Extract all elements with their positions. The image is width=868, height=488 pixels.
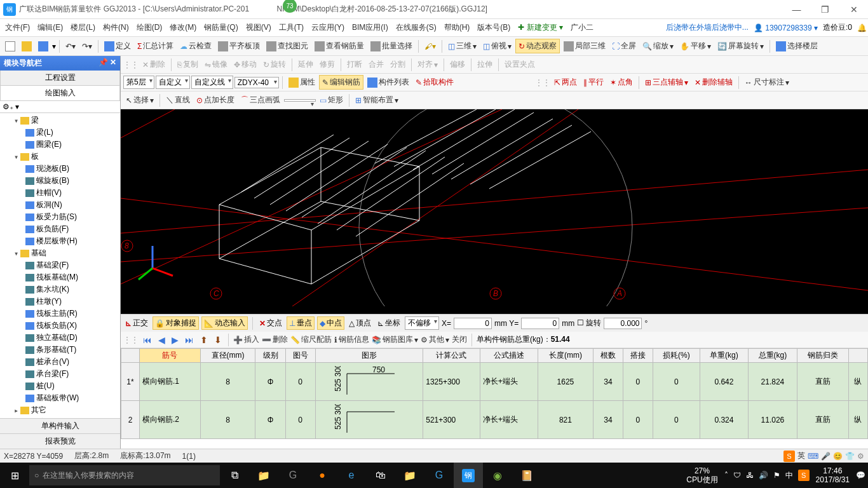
line-tool[interactable]: ＼ 直线	[163, 93, 193, 107]
nav-down[interactable]: ⬇	[212, 335, 224, 345]
flat-roof-button[interactable]: 平齐板顶	[215, 39, 262, 53]
open-file-button[interactable]	[19, 40, 34, 53]
maximize-button[interactable]: ❐	[811, 0, 839, 19]
pan-button[interactable]: ✋平移▾	[677, 39, 714, 53]
zoom-button[interactable]: 🔍缩放▾	[640, 39, 676, 53]
ime-lang[interactable]: 英	[797, 451, 805, 461]
taskbar-store[interactable]: 🛍	[366, 463, 395, 488]
tree-node[interactable]: 筏板基础(M)	[1, 271, 119, 283]
menu-floor[interactable]: 楼层(L)	[67, 22, 99, 33]
menu-draw[interactable]: 绘图(D)	[133, 22, 166, 33]
tree-node[interactable]: ▸其它	[1, 404, 119, 416]
close-panel-icon[interactable]: ✕	[110, 58, 116, 67]
mirror-button[interactable]: ⇋ 镜像	[202, 58, 230, 71]
task-view-button[interactable]: ⧉	[220, 463, 249, 488]
local-3d-button[interactable]: 局部三维	[561, 39, 608, 53]
tree-node[interactable]: ▾基础	[1, 247, 119, 259]
menu-tools[interactable]: 工具(T)	[275, 22, 308, 33]
close-table-button[interactable]: 关闭	[452, 334, 467, 345]
tree-node[interactable]: 筏板主筋(R)	[1, 308, 119, 320]
taskbar-app-4[interactable]: G	[424, 463, 454, 488]
table-row[interactable]: 2横向钢筋.28Φ0525 300521+300净长+端头82134000.32…	[121, 401, 868, 439]
tree-node[interactable]: 桩承台(V)	[1, 356, 119, 368]
delete-button[interactable]: ✕ 删除	[140, 58, 168, 71]
tree-node[interactable]: 基础板带(W)	[1, 392, 119, 404]
rebar-table[interactable]: 筋号直径(mm)级别图号图形计算公式公式描述长度(mm)根数搭接损耗(%)单重(…	[121, 348, 868, 439]
toolbar-grip-3[interactable]: ⋮⋮	[123, 336, 139, 344]
tray-safe-icon[interactable]: 🛡	[731, 471, 743, 480]
taskbar-app-1[interactable]: 📁	[249, 463, 278, 488]
menu-cloud[interactable]: 云应用(Y)	[308, 22, 348, 33]
tray-up-icon[interactable]: ˄	[722, 471, 731, 480]
nav-next[interactable]: ▶	[170, 335, 180, 345]
element-tree[interactable]: ▾梁梁(L)圈梁(E)▾板现浇板(B)螺旋板(B)柱帽(V)板洞(N)板受力筋(…	[0, 113, 120, 418]
redo-button[interactable]: ↷▾	[79, 41, 95, 52]
scale-rebar-button[interactable]: 📏 缩尺配筋	[290, 334, 332, 345]
parallel-button[interactable]: ∥ 平行	[581, 76, 606, 89]
taskbar-edge[interactable]: e	[337, 463, 366, 488]
3d-button[interactable]: ◫三维▾	[445, 39, 479, 53]
start-button[interactable]: ⊞	[0, 463, 29, 488]
taskbar-app-3[interactable]: ●	[308, 463, 337, 488]
menu-help[interactable]: 帮助(H)	[440, 22, 474, 33]
taskbar-search[interactable]: ○ 在这里输入你要搜索的内容	[29, 465, 220, 485]
tab-project-settings[interactable]: 工程设置	[0, 71, 120, 86]
taskbar-app-2[interactable]: G	[278, 463, 308, 488]
cpu-meter[interactable]: 27%CPU使用	[682, 466, 721, 485]
nav-up[interactable]: ⬆	[198, 335, 210, 345]
arc-tool[interactable]: ⌒ 三点画弧	[238, 93, 283, 107]
menu-rebar[interactable]: 钢筋量(Q)	[200, 22, 241, 33]
undo-button[interactable]: ↶▾	[63, 41, 78, 52]
toolbar-grip[interactable]: ⋮⋮	[123, 60, 139, 69]
pick-element-button[interactable]: ✎ 拾取构件	[413, 76, 456, 89]
delete-axis-button[interactable]: ✕ 删除辅轴	[692, 76, 735, 89]
rebar-library-button[interactable]: 📚 钢筋图库▾	[372, 334, 418, 345]
object-snap-toggle[interactable]: 🔒对象捕捉	[153, 316, 199, 330]
other-button[interactable]: ⚙ 其他▾	[421, 334, 449, 345]
sum-calc-button[interactable]: Σ汇总计算	[135, 39, 176, 53]
new-variation-button[interactable]: ✚ 新建变更 ▾	[514, 22, 567, 33]
offset-button[interactable]: 偏移	[447, 58, 468, 71]
menu-view[interactable]: 视图(V)	[242, 22, 275, 33]
intersection-snap[interactable]: ✕交点	[257, 317, 284, 329]
taskbar-app-5[interactable]: ◉	[483, 463, 512, 488]
smart-layout-tool[interactable]: ⊞ 智能布置▾	[353, 93, 401, 107]
nav-last[interactable]: ⏭	[183, 335, 196, 345]
element-list-button[interactable]: 构件列表	[365, 76, 412, 89]
tray-volume-icon[interactable]: 🔊	[756, 471, 771, 480]
rotate-input[interactable]	[604, 318, 642, 329]
brush-button[interactable]: 🖌▾	[422, 41, 438, 52]
cloud-check-button[interactable]: ☁云检查	[177, 39, 214, 53]
delete-row-button[interactable]: ➖ 删除	[262, 334, 288, 345]
3d-viewport[interactable]: 8 C B A	[121, 109, 868, 314]
break-button[interactable]: 打断	[344, 58, 365, 71]
type-selector[interactable]: 自定义线	[191, 76, 233, 89]
offset-mode[interactable]: 不偏移	[405, 316, 439, 330]
save-file-button[interactable]	[36, 40, 51, 53]
toolbar-grip-2[interactable]: ⋮⋮	[535, 78, 550, 87]
tree-node[interactable]: 柱墩(Y)	[1, 295, 119, 308]
ime-tool-icon[interactable]: ⌨	[808, 452, 818, 461]
table-row[interactable]: 1*横向钢筋.18Φ0750525 3001325+300净长+端头162534…	[121, 363, 868, 401]
property-button[interactable]: 属性	[286, 76, 318, 89]
tree-node[interactable]: 承台梁(F)	[1, 368, 119, 380]
tree-node[interactable]: ▾板	[1, 151, 119, 163]
floor-selector[interactable]: 第5层	[123, 76, 154, 89]
dimension-button[interactable]: ↔ 尺寸标注▾	[742, 76, 792, 89]
menu-modify[interactable]: 修改(M)	[166, 22, 200, 33]
tree-expand-icon[interactable]: ⚙₊ ▾	[3, 102, 19, 111]
tree-node[interactable]: 基础梁(F)	[1, 259, 119, 271]
batch-select-button[interactable]: 批量选择	[368, 39, 415, 53]
menu-edit[interactable]: 编辑(E)	[34, 22, 67, 33]
align-button[interactable]: 对齐▾	[415, 58, 440, 71]
nav-prev[interactable]: ◀	[156, 335, 167, 345]
ime-shirt-icon[interactable]: 👕	[845, 452, 855, 461]
tab-single-element[interactable]: 单构件输入	[0, 418, 120, 433]
notifications-button[interactable]: 💬	[853, 471, 868, 480]
point-angle-button[interactable]: ✶ 点角	[607, 76, 635, 89]
menu-elements[interactable]: 构件(N)	[99, 22, 133, 33]
tray-flag-icon[interactable]: ⚑	[771, 471, 783, 480]
tree-node[interactable]: 桩(U)	[1, 380, 119, 392]
rect-tool[interactable]: ▭ 矩形	[317, 93, 346, 107]
edit-rebar-button[interactable]: ✎ 编辑钢筋	[319, 75, 363, 90]
